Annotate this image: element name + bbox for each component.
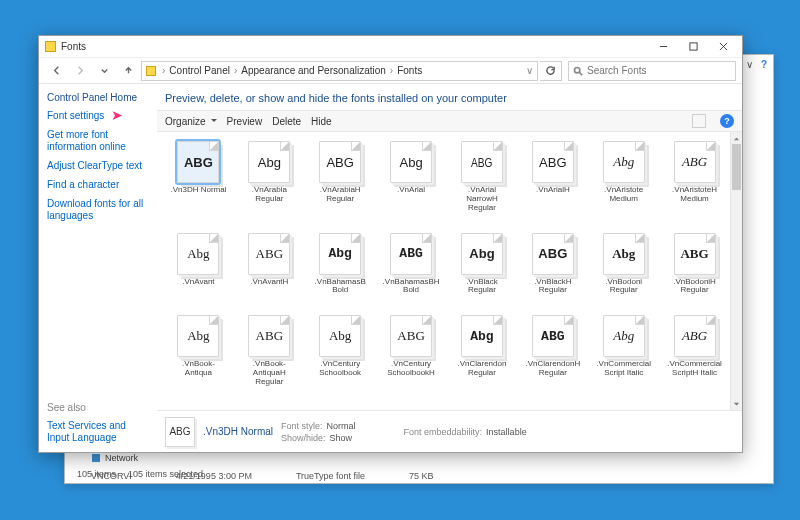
font-item[interactable]: ABG.VnAvantH xyxy=(234,230,305,313)
font-item[interactable]: Abg.VnCommercial Script Italic xyxy=(588,312,659,404)
back-button[interactable] xyxy=(45,61,67,81)
font-item[interactable]: Abg.VnAvant xyxy=(163,230,234,313)
font-thumbnail: Abg xyxy=(248,141,290,183)
details-showhide-value: Show xyxy=(330,433,353,443)
font-label: .VnClarendon Regular xyxy=(453,360,511,378)
sidebar: Control Panel Home Font settings ➤ Get m… xyxy=(39,84,157,452)
font-item[interactable]: Abg.VnAristote Medium xyxy=(588,138,659,230)
page-fold-icon xyxy=(564,316,573,325)
font-item[interactable]: ABG.VnAristoteH Medium xyxy=(659,138,730,230)
sidebar-home[interactable]: Control Panel Home xyxy=(47,92,149,103)
minimize-button[interactable] xyxy=(648,38,678,56)
up-button[interactable] xyxy=(117,61,139,81)
font-label: .VnArialH xyxy=(536,186,570,202)
main-panel: Preview, delete, or show and hide the fo… xyxy=(157,84,742,452)
sidebar-link-more-info[interactable]: Get more font information online xyxy=(47,129,149,153)
close-button[interactable] xyxy=(708,38,738,56)
scroll-down-button[interactable] xyxy=(731,398,742,410)
page-fold-icon xyxy=(280,142,289,151)
sidebar-link-cleartype[interactable]: Adjust ClearType text xyxy=(47,160,149,172)
font-label: .VnCommercial Script Italic xyxy=(595,360,653,378)
font-label: .VnAristote Medium xyxy=(595,186,653,204)
refresh-button[interactable] xyxy=(540,61,562,81)
breadcrumb-item[interactable]: Appearance and Personalization xyxy=(241,65,386,76)
font-item[interactable]: Abg.VnBahamasB Bold xyxy=(305,230,376,313)
font-item[interactable]: ABG.VnCommercial ScriptH Italic xyxy=(659,312,730,404)
font-sample: Abg xyxy=(258,155,281,170)
view-options-button[interactable] xyxy=(692,114,706,128)
search-input[interactable] xyxy=(587,65,735,76)
font-item[interactable]: ABG.VnArial NarrowH Regular xyxy=(447,138,518,230)
font-item[interactable]: ABG.Vn3DH Normal xyxy=(163,138,234,230)
forward-button[interactable] xyxy=(69,61,91,81)
font-item[interactable]: ABG.VnArialH xyxy=(517,138,588,230)
page-fold-icon xyxy=(209,142,218,151)
font-sample: ABG xyxy=(471,155,492,170)
chevron-right-icon[interactable]: › xyxy=(160,65,167,76)
font-sample: Abg xyxy=(612,246,635,262)
sidebar-link-download[interactable]: Download fonts for all languages xyxy=(47,198,149,222)
hide-button[interactable]: Hide xyxy=(311,116,332,127)
details-thumbnail: ABG xyxy=(165,417,195,447)
page-fold-icon xyxy=(564,142,573,151)
chevron-down-icon[interactable]: ∨ xyxy=(524,65,535,76)
font-sample: ABG xyxy=(539,155,566,170)
font-sample: Abg xyxy=(399,155,422,170)
vertical-scrollbar[interactable] xyxy=(730,132,742,410)
sidebar-link-font-settings[interactable]: Font settings xyxy=(47,110,149,122)
sidebar-link-text-services[interactable]: Text Services and Input Language xyxy=(47,420,149,444)
font-item[interactable]: ABG.VnArabiaH Regular xyxy=(305,138,376,230)
font-item[interactable]: Abg.VnCentury Schoolbook xyxy=(305,312,376,404)
font-thumbnail: Abg xyxy=(461,233,503,275)
help-icon[interactable]: ? xyxy=(720,114,734,128)
titlebar[interactable]: Fonts xyxy=(39,36,742,58)
search-icon xyxy=(573,66,583,76)
preview-button[interactable]: Preview xyxy=(227,116,263,127)
font-sample: Abg xyxy=(469,246,494,261)
details-font-name: .Vn3DH Normal xyxy=(203,426,273,437)
recent-dropdown[interactable] xyxy=(93,61,115,81)
font-thumbnail: ABG xyxy=(177,141,219,183)
organize-menu[interactable]: Organize xyxy=(165,116,217,127)
font-item[interactable]: Abg.VnArabia Regular xyxy=(234,138,305,230)
page-heading: Preview, delete, or show and hide the fo… xyxy=(157,84,742,110)
font-item[interactable]: Abg.VnArial xyxy=(376,138,447,230)
maximize-button[interactable] xyxy=(678,38,708,56)
font-sample: Abg xyxy=(187,246,209,262)
font-thumbnail: Abg xyxy=(603,315,645,357)
breadcrumb-item[interactable]: Control Panel xyxy=(169,65,230,76)
font-label: .VnBahamasB Bold xyxy=(311,278,369,296)
font-item[interactable]: ABG.VnBahamasBH Bold xyxy=(376,230,447,313)
bg-network-item[interactable]: Network xyxy=(91,453,138,463)
font-label: .VnCentury SchoolbookH xyxy=(382,360,440,378)
chevron-right-icon[interactable]: › xyxy=(232,65,239,76)
chevron-right-icon[interactable]: › xyxy=(388,65,395,76)
delete-button[interactable]: Delete xyxy=(272,116,301,127)
fonts-window: Fonts › Control Panel › Appearance and P… xyxy=(38,35,743,453)
font-thumbnail: ABG xyxy=(248,315,290,357)
font-item[interactable]: ABG.VnBodoniH Regular xyxy=(659,230,730,313)
font-item[interactable]: ABG.VnClarendonH Regular xyxy=(517,312,588,404)
font-item[interactable]: ABG.VnBlackH Regular xyxy=(517,230,588,313)
search-box[interactable] xyxy=(568,61,736,81)
scroll-thumb[interactable] xyxy=(732,144,741,190)
font-label: .VnCommercial ScriptH Italic xyxy=(666,360,724,378)
font-item[interactable]: Abg.VnClarendon Regular xyxy=(447,312,518,404)
font-sample: ABG xyxy=(399,246,422,261)
font-label: .VnBahamasBH Bold xyxy=(382,278,440,296)
bg-expand-icon[interactable]: ∨ xyxy=(746,59,753,70)
font-item[interactable]: Abg.VnBodoni Regular xyxy=(588,230,659,313)
font-item[interactable]: ABG.VnBook-AntiquaH Regular xyxy=(234,312,305,404)
font-thumbnail: ABG xyxy=(674,141,716,183)
font-label: .VnArabia Regular xyxy=(240,186,298,204)
bg-help-icon[interactable]: ? xyxy=(761,59,767,70)
breadcrumb-item[interactable]: Fonts xyxy=(397,65,422,76)
font-thumbnail: ABG xyxy=(532,141,574,183)
font-item[interactable]: Abg.VnBlack Regular xyxy=(447,230,518,313)
breadcrumb[interactable]: › Control Panel › Appearance and Persona… xyxy=(141,61,538,81)
font-grid[interactable]: ABG.Vn3DH NormalAbg.VnArabia RegularABG.… xyxy=(157,132,730,410)
sidebar-link-find-char[interactable]: Find a character xyxy=(47,179,149,191)
scroll-up-button[interactable] xyxy=(731,132,742,144)
font-item[interactable]: ABG.VnCentury SchoolbookH xyxy=(376,312,447,404)
font-item[interactable]: Abg.VnBook-Antiqua xyxy=(163,312,234,404)
